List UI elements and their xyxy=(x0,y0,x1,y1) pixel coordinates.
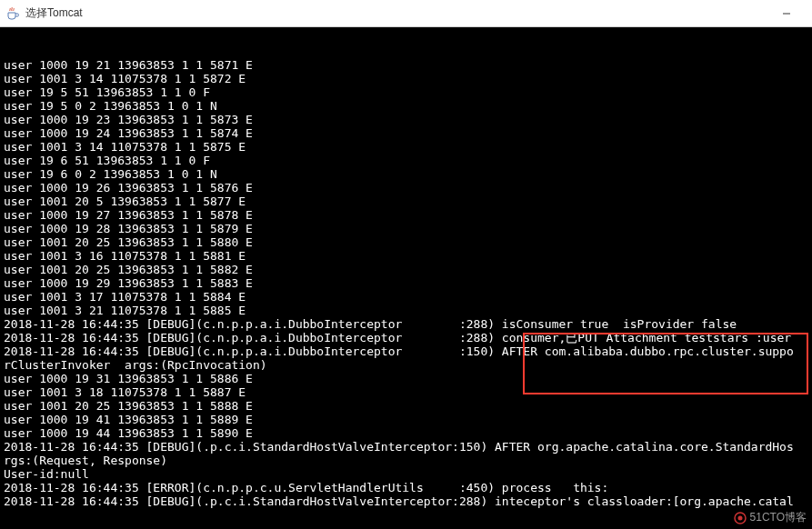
console-line: 2018-11-28 16:44:35 [ERROR](c.n.p.p.c.u.… xyxy=(4,481,812,494)
console-line: user 1001 3 14 11075378 1 1 5872 E xyxy=(4,72,812,85)
console-line: user 1001 20 25 13963853 1 1 5882 E xyxy=(4,263,812,276)
window-title: 选择Tomcat xyxy=(25,5,83,21)
console-line: 2018-11-28 16:44:35 [DEBUG](.p.c.i.Stand… xyxy=(4,440,812,454)
app-window: 选择Tomcat user 1000 19 21 13963853 1 1 58… xyxy=(0,0,812,529)
watermark: 51CTO博客 xyxy=(734,510,807,525)
console-line: 2018-11-28 16:44:35 [DEBUG](c.n.p.p.a.i.… xyxy=(4,344,812,358)
console-line: user 1000 19 24 13963853 1 1 5874 E xyxy=(4,126,812,140)
console-line: user 1001 3 21 11075378 1 1 5885 E xyxy=(4,304,812,317)
console-line: user 1000 19 41 13963853 1 1 5889 E xyxy=(4,413,812,426)
console-line: 2018-11-28 16:44:35 [DEBUG](c.n.p.p.a.i.… xyxy=(4,317,812,331)
console-line: user 1000 19 21 13963853 1 1 5871 E xyxy=(4,58,812,72)
java-cup-icon xyxy=(5,6,20,21)
titlebar[interactable]: 选择Tomcat xyxy=(0,0,812,27)
console-line: user 1000 19 28 13963853 1 1 5879 E xyxy=(4,222,812,235)
console-line: user 1000 19 26 13963853 1 1 5876 E xyxy=(4,181,812,195)
minimize-button[interactable] xyxy=(766,0,807,27)
console-line: user 1001 3 14 11075378 1 1 5875 E xyxy=(4,140,812,154)
console-line: user 19 5 51 13963853 1 1 0 F xyxy=(4,85,812,99)
console-line: user 1000 19 44 13963853 1 1 5890 E xyxy=(4,426,812,440)
console-line: user 1001 3 16 11075378 1 1 5881 E xyxy=(4,249,812,263)
console-line: user 1001 20 25 13963853 1 1 5880 E xyxy=(4,235,812,249)
console-line: user 19 6 0 2 13963853 1 0 1 N xyxy=(4,167,812,181)
console-line: user 19 6 51 13963853 1 1 0 F xyxy=(4,154,812,167)
console-line: rgs:(Request, Response) xyxy=(4,454,812,467)
console-line: user 1001 20 25 13963853 1 1 5888 E xyxy=(4,399,812,413)
console-line: 2018-11-28 16:44:35 [DEBUG](c.n.p.p.a.i.… xyxy=(4,331,812,344)
console-line: user 1000 19 31 13963853 1 1 5886 E xyxy=(4,372,812,385)
console-line: user 1001 20 5 13963853 1 1 5877 E xyxy=(4,195,812,208)
console-line: user 1001 3 17 11075378 1 1 5884 E xyxy=(4,290,812,304)
console-line: user 1000 19 23 13963853 1 1 5873 E xyxy=(4,113,812,126)
console-line: rClusterInvoker args:(RpcInvocation) xyxy=(4,358,812,372)
console-line: user 1000 19 29 13963853 1 1 5883 E xyxy=(4,276,812,290)
watermark-text: 51CTO博客 xyxy=(750,510,807,525)
console-line: user 1000 19 27 13963853 1 1 5878 E xyxy=(4,208,812,222)
console-line: User-id:null xyxy=(4,467,812,481)
console-line: 2018-11-28 16:44:35 [DEBUG](.p.c.i.Stand… xyxy=(4,494,812,508)
svg-point-2 xyxy=(737,515,742,520)
console-line: user 1001 3 18 11075378 1 1 5887 E xyxy=(4,385,812,399)
console-output[interactable]: user 1000 19 21 13963853 1 1 5871 Euser … xyxy=(0,27,812,529)
console-line: user 19 5 0 2 13963853 1 0 1 N xyxy=(4,99,812,113)
